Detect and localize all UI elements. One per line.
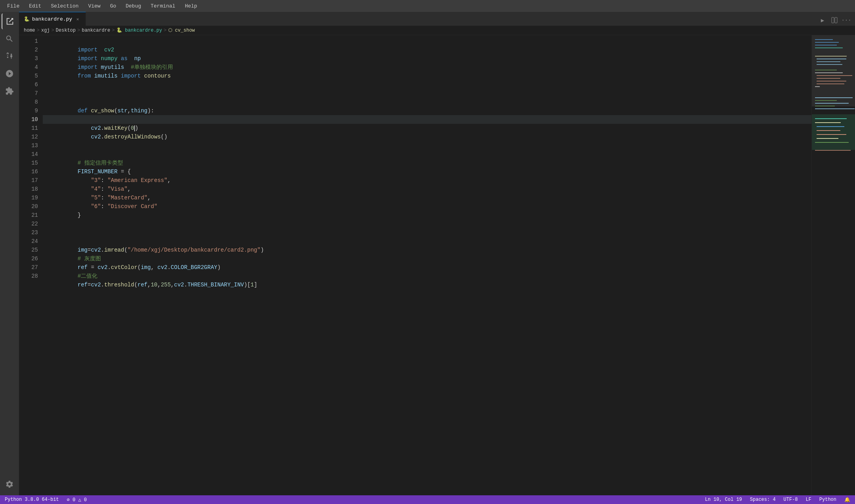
code-line-19: "6": "Discover Card" bbox=[43, 193, 811, 202]
encoding-status[interactable]: UTF-8 bbox=[782, 497, 799, 502]
svg-rect-11 bbox=[815, 72, 843, 73]
line-num-1: 1 bbox=[19, 37, 38, 45]
code-line-23 bbox=[43, 228, 811, 237]
line-num-10: 10 bbox=[19, 115, 38, 124]
svg-rect-6 bbox=[815, 56, 847, 57]
line-num-5: 5 bbox=[19, 72, 38, 80]
svg-rect-10 bbox=[815, 70, 837, 70]
language-status[interactable]: Python bbox=[818, 497, 838, 502]
line-num-16: 16 bbox=[19, 167, 38, 176]
line-num-3: 3 bbox=[19, 54, 38, 63]
code-line-26: ref = cv2.cvtColor(img, cv2.COLOR_BGR2GR… bbox=[43, 254, 811, 263]
code-line-15: FIRST_NUMBER = { bbox=[43, 159, 811, 167]
spaces-status[interactable]: Spaces: 4 bbox=[749, 497, 777, 502]
breadcrumb-xgj[interactable]: xgj bbox=[41, 28, 50, 33]
spaces-label: Spaces: 4 bbox=[750, 497, 776, 502]
code-line-4: from imutils import contours bbox=[43, 63, 811, 72]
line-ending-label: LF bbox=[806, 497, 811, 502]
line-num-23: 23 bbox=[19, 228, 38, 237]
menu-file[interactable]: File bbox=[3, 2, 23, 10]
tab-bankcardre[interactable]: 🐍 bankcardre.py ✕ bbox=[19, 12, 86, 26]
svg-rect-9 bbox=[817, 64, 842, 65]
code-line-17: "4": "Visa", bbox=[43, 176, 811, 185]
code-line-8: def cv_show(str,thing): bbox=[43, 98, 811, 106]
settings-icon[interactable] bbox=[2, 476, 17, 492]
svg-rect-16 bbox=[815, 86, 820, 87]
menu-help[interactable]: Help bbox=[181, 2, 201, 10]
svg-rect-7 bbox=[817, 59, 846, 59]
encoding-label: UTF-8 bbox=[783, 497, 798, 502]
minimap[interactable] bbox=[811, 35, 855, 495]
line-num-28: 28 bbox=[19, 272, 38, 280]
breadcrumb-function[interactable]: ⬡ cv_show bbox=[168, 27, 195, 33]
svg-rect-14 bbox=[817, 81, 846, 81]
python-version-status[interactable]: Python 3.8.0 64-bit bbox=[3, 497, 61, 502]
breadcrumb-home[interactable]: home bbox=[24, 28, 35, 33]
breadcrumb-file[interactable]: 🐍 bankcardre.py bbox=[116, 27, 162, 33]
menu-terminal[interactable]: Terminal bbox=[147, 2, 179, 10]
line-num-19: 19 bbox=[19, 193, 38, 202]
line-num-21: 21 bbox=[19, 211, 38, 220]
code-line-14: # 指定信用卡类型 bbox=[43, 150, 811, 159]
svg-rect-20 bbox=[815, 106, 835, 106]
line-num-2: 2 bbox=[19, 45, 38, 54]
tab-close-button[interactable]: ✕ bbox=[74, 16, 81, 22]
breadcrumb-desktop[interactable]: Desktop bbox=[56, 28, 76, 33]
code-line-24: img=cv2.imread("/home/xgj/Desktop/bankca… bbox=[43, 237, 811, 246]
svg-rect-18 bbox=[815, 100, 837, 101]
debug-run-icon[interactable] bbox=[2, 66, 17, 81]
code-line-1: import cv2 bbox=[43, 37, 811, 45]
code-line-18: "5": "MasterCard", bbox=[43, 185, 811, 193]
code-content[interactable]: import cv2 import numpy as np import myu… bbox=[43, 35, 811, 495]
menu-edit[interactable]: Edit bbox=[25, 2, 45, 10]
language-label: Python bbox=[819, 497, 836, 502]
code-line-3: import myutils #单独模块的引用 bbox=[43, 54, 811, 63]
menu-go[interactable]: Go bbox=[106, 2, 120, 10]
code-line-5 bbox=[43, 72, 811, 80]
code-line-6 bbox=[43, 80, 811, 89]
notifications-status[interactable]: 🔔 bbox=[843, 497, 852, 503]
code-line-9: cv2.imshow(str, thing) bbox=[43, 106, 811, 115]
errors-status[interactable]: ⊘ 0 △ 0 bbox=[65, 497, 88, 503]
menu-debug[interactable]: Debug bbox=[122, 2, 145, 10]
line-num-6: 6 bbox=[19, 80, 38, 89]
menu-view[interactable]: View bbox=[84, 2, 104, 10]
svg-rect-0 bbox=[832, 17, 834, 23]
cursor-position-status[interactable]: Ln 10, Col 19 bbox=[703, 497, 744, 502]
svg-rect-15 bbox=[817, 83, 844, 84]
menubar: File Edit Selection View Go Debug Termin… bbox=[0, 0, 855, 12]
split-editor-button[interactable] bbox=[829, 15, 840, 26]
line-num-4: 4 bbox=[19, 63, 38, 72]
explorer-icon[interactable] bbox=[2, 13, 17, 29]
code-editor[interactable]: 1 2 3 4 5 6 7 8 9 10 11 12 13 14 15 16 1… bbox=[19, 35, 855, 495]
code-line-27: #二值化 bbox=[43, 263, 811, 272]
extensions-icon[interactable] bbox=[2, 83, 17, 99]
line-ending-status[interactable]: LF bbox=[804, 497, 813, 502]
svg-rect-3 bbox=[815, 42, 839, 43]
svg-rect-29 bbox=[815, 142, 849, 143]
cursor-position-label: Ln 10, Col 19 bbox=[705, 497, 742, 502]
line-num-8: 8 bbox=[19, 98, 38, 106]
breadcrumb-bankcardre[interactable]: bankcardre bbox=[82, 28, 110, 33]
code-line-2: import numpy as np bbox=[43, 45, 811, 54]
more-actions-button[interactable]: ··· bbox=[841, 15, 852, 26]
minimap-content bbox=[812, 35, 855, 495]
run-button[interactable]: ▶ bbox=[817, 15, 828, 26]
code-line-20: } bbox=[43, 202, 811, 211]
statusbar-right: Ln 10, Col 19 Spaces: 4 UTF-8 LF Python … bbox=[703, 497, 852, 503]
svg-rect-2 bbox=[815, 39, 833, 40]
svg-rect-5 bbox=[815, 47, 843, 48]
source-control-icon[interactable] bbox=[2, 48, 17, 64]
line-num-14: 14 bbox=[19, 150, 38, 159]
search-icon[interactable] bbox=[2, 31, 17, 47]
statusbar: Python 3.8.0 64-bit ⊘ 0 △ 0 Ln 10, Col 1… bbox=[0, 495, 855, 504]
svg-rect-1 bbox=[835, 17, 837, 23]
line-num-11: 11 bbox=[19, 124, 38, 133]
python-file-icon: 🐍 bbox=[24, 16, 30, 22]
svg-rect-22 bbox=[812, 114, 855, 150]
code-line-12 bbox=[43, 133, 811, 141]
line-num-26: 26 bbox=[19, 254, 38, 263]
activity-bar bbox=[0, 12, 19, 495]
menu-selection[interactable]: Selection bbox=[47, 2, 82, 10]
svg-rect-13 bbox=[817, 78, 840, 79]
